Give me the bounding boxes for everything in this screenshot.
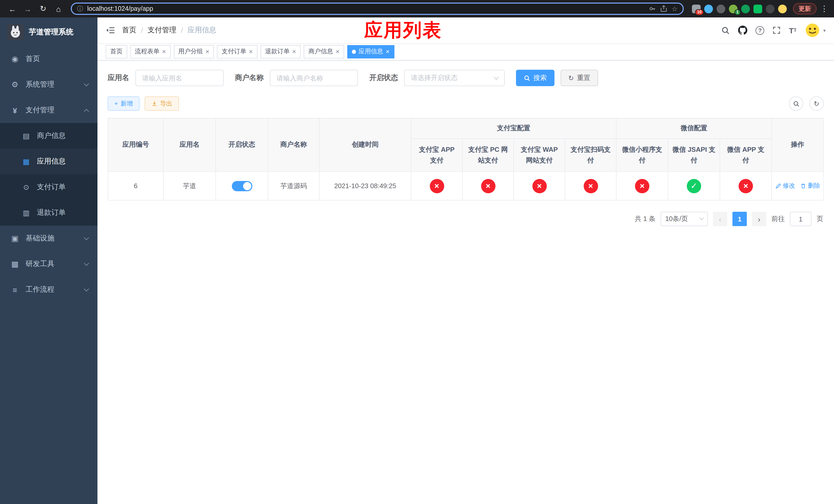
page-number-button[interactable]: 1: [732, 212, 747, 226]
alipay-pc-pay-status-icon: ×: [481, 179, 495, 193]
sidebar-item-workflow[interactable]: 工作流程: [0, 277, 97, 302]
workflow-icon: [10, 285, 20, 294]
sidebar-item-system[interactable]: 系统管理: [0, 72, 97, 97]
bookmark-star-icon[interactable]: [672, 5, 678, 13]
breadcrumb-separator: /: [181, 26, 183, 35]
reset-button[interactable]: 重置: [561, 70, 598, 86]
logo[interactable]: 芋道管理系统: [0, 18, 97, 46]
sidebar-item-label: 支付管理: [26, 106, 54, 115]
tab-label: 用户分组: [178, 47, 203, 56]
chevron-down-icon: [84, 235, 89, 240]
help-icon[interactable]: ?: [756, 26, 765, 35]
tab-pay-order[interactable]: 支付订单: [217, 45, 257, 58]
sidebar-item-app-info[interactable]: 应用信息: [0, 149, 97, 174]
browser-home-icon[interactable]: [51, 2, 66, 16]
password-key-icon[interactable]: [649, 5, 656, 12]
site-info-icon[interactable]: [77, 4, 83, 13]
app-name-input[interactable]: [135, 70, 224, 86]
add-button[interactable]: 新增: [108, 96, 139, 111]
next-page-button[interactable]: [752, 212, 766, 226]
show-search-toggle-button[interactable]: [789, 96, 803, 111]
tab-label: 退款订单: [265, 47, 290, 56]
sidebar-item-dev-tools[interactable]: 研发工具: [0, 251, 97, 277]
col-header-wechat-jsapi: 微信 JSAPI 支付: [668, 139, 720, 171]
sidebar-item-label: 支付订单: [37, 183, 66, 192]
col-header-name: 应用名: [163, 118, 216, 171]
close-icon[interactable]: [292, 48, 296, 55]
edit-link[interactable]: 修改: [775, 182, 795, 190]
close-icon[interactable]: [249, 48, 253, 55]
col-header-action: 操作: [772, 118, 824, 171]
goto-page-input[interactable]: [790, 212, 811, 226]
share-icon[interactable]: [660, 5, 667, 12]
sidebar-item-refund-order[interactable]: 退款订单: [0, 200, 97, 226]
status-toggle[interactable]: [232, 181, 252, 191]
close-icon[interactable]: [162, 48, 166, 55]
extension-avatar-icon[interactable]: 1: [729, 4, 738, 13]
goto-label: 前往: [771, 214, 785, 224]
sidebar-item-infrastructure[interactable]: 基础设施: [0, 226, 97, 251]
col-header-status: 开启状态: [216, 118, 268, 171]
table-row: 6 芋道 芋道源码 2021-10-23 08:49:25 × × × × ×: [108, 171, 824, 200]
delete-link[interactable]: 删除: [800, 182, 820, 190]
tab-user-group[interactable]: 用户分组: [174, 45, 214, 58]
close-icon[interactable]: [386, 48, 390, 55]
alipay-qr-pay-status-icon: ×: [584, 179, 598, 193]
reset-button-label: 重置: [577, 73, 590, 83]
tab-process-form[interactable]: 流程表单: [130, 45, 171, 58]
col-group-alipay: 支付宝配置: [411, 118, 616, 139]
export-button[interactable]: 导出: [145, 96, 179, 111]
sidebar-item-pay-order[interactable]: 支付订单: [0, 174, 97, 200]
col-header-alipay-wap: 支付宝 WAP 网站支付: [514, 139, 565, 171]
sidebar-fold-icon[interactable]: [106, 26, 115, 35]
table-toolbar: 新增 导出: [108, 96, 824, 111]
alipay-app-pay-status-icon: ×: [430, 179, 444, 193]
extension-dark-icon[interactable]: [717, 4, 725, 13]
search-button-label: 搜索: [533, 73, 547, 83]
refresh-button[interactable]: [809, 96, 824, 111]
url-text[interactable]: localhost:1024/pay/app: [87, 5, 645, 12]
plus-icon: [114, 100, 118, 107]
tab-label: 支付订单: [222, 47, 246, 56]
fullscreen-icon[interactable]: [773, 26, 781, 35]
order-icon: [22, 183, 31, 191]
font-size-icon[interactable]: TT: [789, 26, 796, 35]
address-bar[interactable]: localhost:1024/pay/app: [71, 3, 684, 15]
browser-menu-icon[interactable]: [820, 4, 829, 13]
user-menu[interactable]: [805, 23, 826, 38]
breadcrumb-home[interactable]: 首页: [122, 26, 136, 35]
extensions-puzzle-icon[interactable]: 10: [692, 4, 701, 13]
avatar: [805, 23, 820, 38]
tab-refund-order[interactable]: 退款订单: [261, 45, 301, 58]
extension-pin-icon[interactable]: [766, 4, 774, 13]
extension-emoji-icon[interactable]: [778, 4, 787, 13]
page-size-select[interactable]: 10条/页: [661, 212, 708, 226]
extension-wechat-icon[interactable]: [753, 4, 762, 13]
extensions-row: 10 1: [692, 4, 787, 13]
browser-update-button[interactable]: 更新: [793, 3, 816, 14]
breadcrumb-section[interactable]: 支付管理: [148, 26, 176, 35]
browser-back-icon[interactable]: [5, 2, 20, 16]
sidebar-item-label: 工作流程: [26, 285, 54, 294]
filter-form: 应用名 商户名称 开启状态 请选择开启状态: [108, 70, 824, 86]
toolbox-icon: [10, 259, 20, 269]
tab-app-info[interactable]: 应用信息: [347, 45, 394, 58]
sidebar-item-home[interactable]: 首页: [0, 46, 97, 72]
tab-home[interactable]: 首页: [106, 45, 127, 58]
cell-app-name: 芋道: [163, 171, 216, 200]
search-icon[interactable]: [721, 26, 730, 35]
sidebar-item-merchant-info[interactable]: 商户信息: [0, 123, 97, 149]
close-icon[interactable]: [336, 48, 339, 55]
github-icon[interactable]: [738, 26, 748, 35]
extension-drop-icon[interactable]: [704, 4, 713, 13]
close-icon[interactable]: [205, 48, 209, 55]
extension-green-circle-icon[interactable]: [741, 4, 750, 13]
search-button[interactable]: 搜索: [516, 70, 554, 86]
browser-forward-icon[interactable]: [21, 2, 35, 16]
merchant-name-input[interactable]: [270, 70, 358, 86]
sidebar-item-payment[interactable]: 支付管理: [0, 97, 97, 123]
browser-reload-icon[interactable]: [36, 2, 50, 16]
status-select[interactable]: 请选择开启状态: [404, 70, 505, 86]
tab-merchant-info[interactable]: 商户信息: [304, 45, 344, 58]
prev-page-button[interactable]: [713, 212, 727, 226]
